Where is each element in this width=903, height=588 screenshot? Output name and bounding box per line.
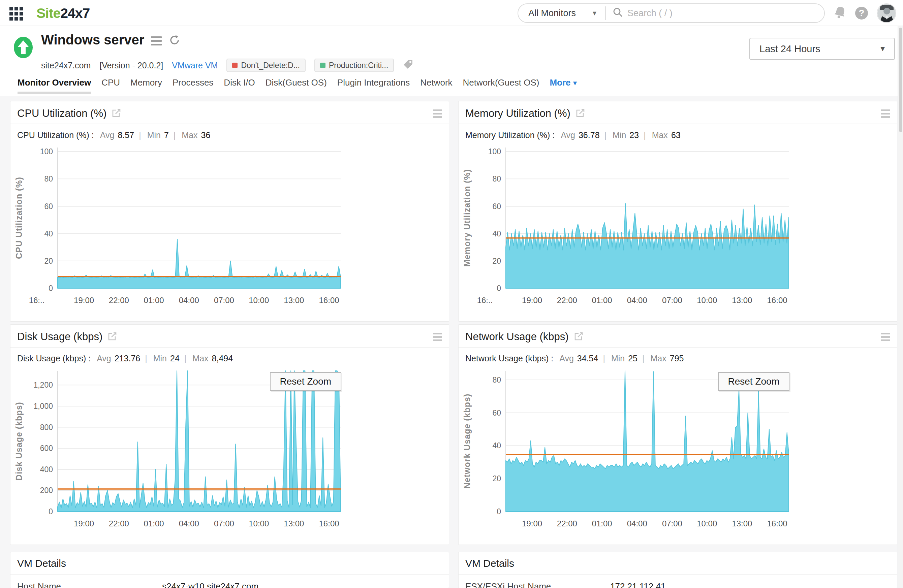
tag-chip-production[interactable]: Production:Criti...: [315, 59, 394, 72]
chart-svg: 02004006008001,0001,20019:0022:0001:0004…: [11, 366, 344, 541]
tab-cpu[interactable]: CPU: [101, 77, 120, 89]
svg-text:16:00: 16:00: [319, 519, 339, 528]
panel-title: Disk Usage (kbps): [17, 331, 102, 343]
panel-menu-icon[interactable]: [881, 110, 890, 118]
memory-utilization-chart[interactable]: 02040608010016:..19:0022:0001:0004:0007:…: [459, 143, 792, 318]
svg-text:60: 60: [492, 409, 501, 417]
apps-grid-icon[interactable]: [9, 7, 23, 20]
avg-label: Avg: [97, 354, 111, 363]
site24x7-logo[interactable]: Site24x7: [36, 5, 90, 21]
vmware-vm-link[interactable]: VMware VM: [172, 61, 218, 71]
svg-text:20: 20: [492, 474, 501, 483]
reset-zoom-button[interactable]: Reset Zoom: [718, 372, 790, 391]
chart-edit-icon[interactable]: [574, 331, 584, 342]
chart-edit-icon[interactable]: [576, 108, 585, 119]
network-usage-chart[interactable]: 02040608019:0022:0001:0004:0007:0010:001…: [459, 366, 792, 541]
tag-color-red: [232, 63, 238, 68]
separator: |: [643, 130, 646, 140]
svg-text:80: 80: [44, 174, 53, 183]
panel-cpu-utilization: CPU Utilization (%) CPU Utilization (%) …: [10, 101, 449, 321]
help-glyph: ?: [859, 8, 865, 19]
tab-processes[interactable]: Processes: [173, 77, 213, 89]
svg-text:0: 0: [49, 284, 53, 293]
vm-row-value: 172.21.112.41: [610, 581, 890, 588]
svg-text:13:00: 13:00: [732, 519, 752, 528]
tab-network-guest-os[interactable]: Network(Guest OS): [463, 77, 540, 89]
dashboard-grid: CPU Utilization (%) CPU Utilization (%) …: [0, 96, 903, 588]
svg-text:60: 60: [492, 202, 501, 211]
chevron-down-icon: ▾: [573, 79, 577, 87]
chart-edit-icon[interactable]: [112, 108, 121, 119]
tab-disk-guest-os[interactable]: Disk(Guest OS): [266, 77, 327, 89]
cpu-stats: CPU Utilization (%) : Avg 8.57 | Min 7 |…: [11, 124, 449, 141]
reset-zoom-button[interactable]: Reset Zoom: [270, 372, 341, 391]
separator: |: [145, 354, 147, 363]
svg-text:07:00: 07:00: [214, 296, 234, 305]
panel-vm-details-right: VM Details ESX/ESXi Host Name 172.21.112…: [458, 552, 897, 588]
avg-label: Avg: [100, 130, 115, 140]
panel-title: CPU Utilization (%): [17, 107, 107, 119]
max-value: 8,494: [212, 354, 233, 363]
tag-label: Production:Criti...: [329, 61, 388, 70]
svg-text:0: 0: [49, 507, 53, 516]
panel-menu-icon[interactable]: [433, 333, 442, 341]
tab-network[interactable]: Network: [420, 77, 452, 89]
panel-menu-icon[interactable]: [433, 110, 442, 118]
more-label: More: [549, 77, 570, 88]
disk-usage-chart[interactable]: 02004006008001,0001,20019:0022:0001:0004…: [11, 366, 344, 541]
memory-stats: Memory Utilization (%) : Avg 36.78 | Min…: [459, 124, 897, 141]
monitors-dropdown[interactable]: All Monitors ▾: [518, 8, 605, 19]
svg-text:22:00: 22:00: [557, 296, 577, 305]
svg-text:600: 600: [40, 444, 53, 453]
chart-svg: 02040608010016:..19:0022:0001:0004:0007:…: [11, 143, 344, 318]
cpu-utilization-chart[interactable]: 02040608010016:..19:0022:0001:0004:0007:…: [11, 143, 344, 318]
svg-text:07:00: 07:00: [214, 519, 234, 528]
tab-memory[interactable]: Memory: [131, 77, 162, 89]
refresh-icon[interactable]: [168, 33, 181, 47]
svg-text:80: 80: [492, 174, 501, 183]
page-scrollbar[interactable]: [898, 26, 903, 588]
search-input[interactable]: [623, 8, 824, 19]
svg-text:1,200: 1,200: [33, 381, 53, 389]
tab-monitor-overview[interactable]: Monitor Overview: [17, 77, 91, 89]
tag-color-green: [320, 63, 326, 68]
min-label: Min: [153, 354, 167, 363]
avg-value: 213.76: [115, 354, 140, 363]
tab-more[interactable]: More ▾: [549, 77, 576, 89]
tag-chip-dont-delete[interactable]: Don't_Delete:D...: [227, 59, 305, 72]
tab-plugin-integrations[interactable]: Plugin Integrations: [337, 77, 410, 89]
svg-text:10:00: 10:00: [697, 296, 717, 305]
svg-text:07:00: 07:00: [662, 296, 682, 305]
chart-edit-icon[interactable]: [108, 331, 117, 342]
panel-title: Memory Utilization (%): [465, 107, 570, 119]
divider: [605, 6, 606, 20]
monitor-menu-icon[interactable]: [151, 34, 162, 45]
stat-label: Disk Usage (kbps) :: [17, 354, 91, 363]
panel-menu-icon[interactable]: [881, 333, 890, 341]
network-stats: Network Usage (kbps) : Avg 34.54 | Min 2…: [459, 348, 897, 365]
time-range-select[interactable]: Last 24 Hours ▼: [749, 38, 895, 60]
scrollbar-thumb[interactable]: [899, 28, 902, 132]
monitor-header: Windows server site24x7.com [Version - 2…: [0, 26, 903, 96]
max-value: 795: [670, 354, 684, 363]
svg-text:13:00: 13:00: [284, 519, 304, 528]
max-label: Max: [652, 130, 668, 140]
tab-disk-io[interactable]: Disk I/O: [224, 77, 255, 89]
separator: |: [642, 354, 645, 363]
vm-detail-row: ESX/ESXi Host Name 172.21.112.41: [459, 574, 897, 588]
user-avatar[interactable]: [877, 3, 896, 23]
min-value: 23: [629, 130, 639, 140]
stat-label: Network Usage (kbps) :: [465, 354, 553, 363]
chart-svg: 02040608019:0022:0001:0004:0007:0010:001…: [459, 366, 792, 541]
svg-text:Network Usage (kbps): Network Usage (kbps): [462, 394, 472, 489]
help-icon[interactable]: ?: [855, 7, 868, 20]
disk-stats: Disk Usage (kbps) : Avg 213.76 | Min 24 …: [11, 348, 449, 365]
notifications-bell-icon[interactable]: [834, 5, 846, 21]
tag-icon[interactable]: [403, 59, 414, 72]
svg-text:04:00: 04:00: [627, 296, 647, 305]
svg-text:01:00: 01:00: [592, 519, 612, 528]
page-title: Windows server: [41, 32, 144, 47]
svg-text:16:..: 16:..: [477, 296, 493, 305]
svg-text:22:00: 22:00: [109, 296, 129, 305]
avg-label: Avg: [561, 130, 575, 140]
